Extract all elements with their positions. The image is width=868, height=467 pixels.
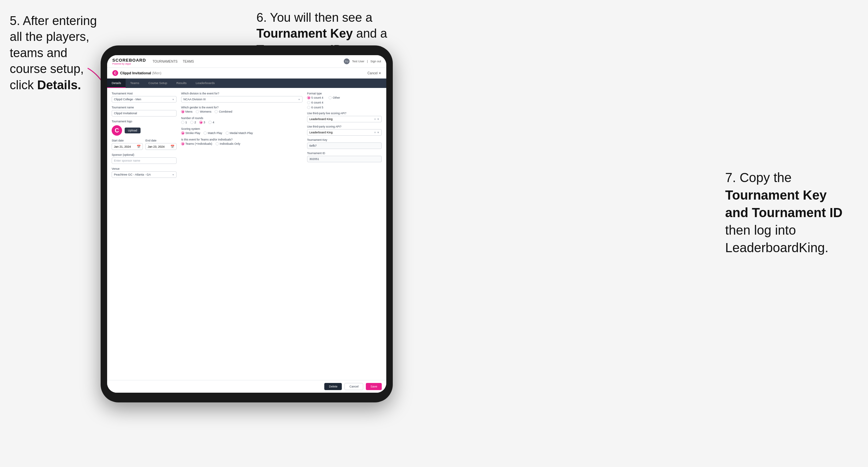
nav-teams[interactable]: TEAMS bbox=[183, 60, 194, 63]
scoring-match-radio[interactable] bbox=[204, 131, 207, 135]
api2-input[interactable]: Leaderboard King ✕ ▼ bbox=[307, 129, 382, 136]
tab-details[interactable]: Details bbox=[107, 79, 126, 88]
scoring-radio-group: Stroke Play Match Play Medal Match Play bbox=[181, 131, 303, 135]
end-date-group: End date Jan 23, 2024 📅 bbox=[146, 139, 177, 150]
tablet-frame: SCOREBOARD Powered by clippd TOURNAMENTS… bbox=[101, 45, 393, 402]
tournament-id-value: 302051 bbox=[307, 156, 382, 162]
sponsor-group: Sponsor (optional) Enter sponsor name bbox=[112, 153, 177, 164]
save-button[interactable]: Save bbox=[366, 383, 382, 390]
teams-teams[interactable]: Teams (+Individuals) bbox=[181, 142, 212, 145]
teams-individuals-radio[interactable] bbox=[216, 142, 219, 145]
gender-mens[interactable]: Mens bbox=[181, 110, 192, 113]
teams-radio-group: Teams (+Individuals) Individuals Only bbox=[181, 142, 303, 145]
app-header: SCOREBOARD Powered by clippd TOURNAMENTS… bbox=[107, 55, 386, 68]
format-options-row: 5 count 4 6 count 4 6 count 5 bbox=[307, 96, 382, 109]
division-input[interactable]: NCAA Division III ▼ bbox=[181, 96, 303, 102]
tab-results[interactable]: Results bbox=[172, 79, 191, 88]
format-6count4[interactable]: 6 count 4 bbox=[307, 101, 323, 104]
sponsor-input[interactable]: Enter sponsor name bbox=[112, 157, 177, 164]
format-label: Format type bbox=[307, 92, 382, 95]
scoring-stroke[interactable]: Stroke Play bbox=[181, 131, 200, 135]
teams-teams-radio[interactable] bbox=[181, 142, 184, 145]
rounds-1-radio[interactable] bbox=[181, 121, 184, 124]
scoring-group: Scoring system Stroke Play Match Play bbox=[181, 127, 303, 135]
division-group: Which division is the event for? NCAA Di… bbox=[181, 92, 303, 102]
tabs-bar: Details Teams Course Setup Results Leade… bbox=[107, 79, 386, 88]
start-date-label: Start date bbox=[112, 139, 143, 142]
tournament-cancel-btn[interactable]: Cancel ✕ bbox=[368, 71, 381, 75]
scoring-label: Scoring system bbox=[181, 127, 303, 130]
scoring-medal-radio[interactable] bbox=[226, 131, 229, 135]
format-6count5-radio[interactable] bbox=[307, 106, 310, 109]
venue-dropdown-arrow: ▼ bbox=[172, 174, 174, 176]
tab-leaderboards[interactable]: Leaderboards bbox=[191, 79, 219, 88]
api2-clear-btn[interactable]: ✕ ▼ bbox=[374, 131, 379, 134]
tournament-logo: C bbox=[112, 70, 118, 76]
user-name: Test User bbox=[352, 60, 365, 63]
tab-course-setup[interactable]: Course Setup bbox=[144, 79, 172, 88]
division-label: Which division is the event for? bbox=[181, 92, 303, 95]
format-5count4[interactable]: 5 count 4 bbox=[307, 96, 323, 99]
format-col-left: 5 count 4 6 count 4 6 count 5 bbox=[307, 96, 323, 109]
sign-out-link[interactable]: Sign out bbox=[370, 60, 381, 63]
gender-mens-radio[interactable] bbox=[181, 110, 184, 113]
rounds-radio-group: 1 2 3 4 bbox=[181, 121, 303, 124]
tablet-screen: SCOREBOARD Powered by clippd TOURNAMENTS… bbox=[107, 55, 386, 393]
format-6count4-radio[interactable] bbox=[307, 101, 310, 104]
scoring-stroke-radio[interactable] bbox=[181, 131, 184, 135]
api1-clear-btn[interactable]: ✕ ▼ bbox=[374, 118, 379, 121]
format-other-radio[interactable] bbox=[329, 96, 332, 99]
format-group: Format type 5 count 4 6 count 4 bbox=[307, 92, 382, 109]
format-6count5[interactable]: 6 count 5 bbox=[307, 106, 323, 109]
teams-individuals[interactable]: Individuals Only bbox=[216, 142, 241, 145]
venue-label: Venue bbox=[112, 167, 177, 170]
teams-group: Is this event for Teams and/or Individua… bbox=[181, 138, 303, 145]
upload-button[interactable]: Upload bbox=[125, 128, 141, 133]
venue-group: Venue Peachtree GC - Atlanta - GA ▼ bbox=[112, 167, 177, 178]
api1-label: Use third-party live scoring API? bbox=[307, 112, 382, 115]
end-date-input[interactable]: Jan 23, 2024 📅 bbox=[146, 143, 177, 150]
tournament-key-group: Tournament Key 6efb7 bbox=[307, 138, 382, 149]
rounds-2[interactable]: 2 bbox=[190, 121, 196, 124]
col-center: Which division is the event for? NCAA Di… bbox=[181, 92, 303, 376]
gender-combined[interactable]: Combined bbox=[215, 110, 232, 113]
start-date-input[interactable]: Jan 21, 2024 📅 bbox=[112, 143, 143, 150]
nav-tournaments[interactable]: TOURNAMENTS bbox=[153, 60, 178, 63]
gender-womens[interactable]: Womens bbox=[196, 110, 211, 113]
tournament-name-input[interactable]: Clippd Invitational bbox=[112, 110, 177, 117]
rounds-label: Number of rounds bbox=[181, 117, 303, 120]
api1-input[interactable]: Leaderboard King ✕ ▼ bbox=[307, 116, 382, 122]
tournament-header: C Clippd Invitational (Men) Cancel ✕ bbox=[107, 68, 386, 79]
sponsor-label: Sponsor (optional) bbox=[112, 153, 177, 156]
rounds-4[interactable]: 4 bbox=[208, 121, 214, 124]
logo-preview: C bbox=[112, 125, 122, 136]
tab-teams[interactable]: Teams bbox=[126, 79, 144, 88]
format-col-right: Other bbox=[329, 96, 340, 99]
venue-input[interactable]: Peachtree GC - Atlanta - GA ▼ bbox=[112, 172, 177, 178]
scoreboard-title: SCOREBOARD bbox=[112, 58, 146, 63]
gender-label: Which gender is the event for? bbox=[181, 106, 303, 109]
tournament-id-group: Tournament ID 302051 bbox=[307, 152, 382, 162]
scoring-match[interactable]: Match Play bbox=[204, 131, 222, 135]
cancel-button[interactable]: Cancel bbox=[344, 383, 363, 390]
api2-group: Use third-party scoring API? Leaderboard… bbox=[307, 125, 382, 136]
rounds-4-radio[interactable] bbox=[208, 121, 212, 124]
format-5count4-radio[interactable] bbox=[307, 96, 310, 99]
tournament-name-row: C Clippd Invitational (Men) bbox=[112, 70, 161, 76]
host-dropdown-arrow: ▼ bbox=[172, 98, 174, 101]
rounds-3-radio[interactable] bbox=[199, 121, 203, 124]
format-other[interactable]: Other bbox=[329, 96, 340, 99]
teams-label: Is this event for Teams and/or Individua… bbox=[181, 138, 303, 141]
rounds-2-radio[interactable] bbox=[190, 121, 193, 124]
tournament-host-input[interactable]: Clippd College - Men ▼ bbox=[112, 96, 177, 102]
gender-combined-radio[interactable] bbox=[215, 110, 218, 113]
logo-upload-row: C Upload bbox=[112, 125, 177, 136]
gender-group: Which gender is the event for? Mens Wome… bbox=[181, 106, 303, 113]
delete-button[interactable]: Delete bbox=[324, 383, 342, 390]
gender-womens-radio[interactable] bbox=[196, 110, 199, 113]
rounds-3[interactable]: 3 bbox=[199, 121, 205, 124]
rounds-1[interactable]: 1 bbox=[181, 121, 187, 124]
annotation-right: 7. Copy the Tournament Key and Tournamen… bbox=[725, 169, 862, 256]
footer-bar: Delete Cancel Save bbox=[107, 380, 386, 393]
scoring-medal[interactable]: Medal Match Play bbox=[226, 131, 253, 135]
